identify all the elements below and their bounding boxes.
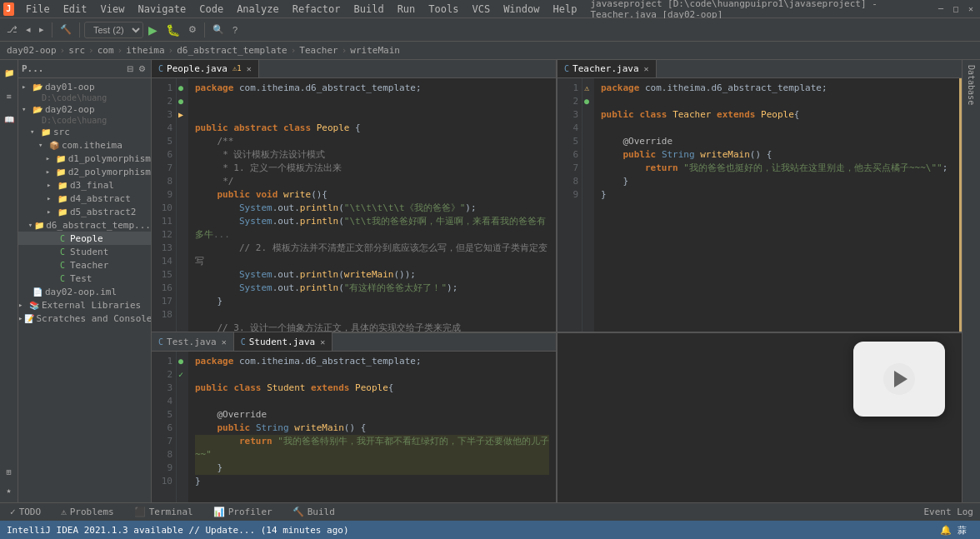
right-line-numbers: 12345 6789 xyxy=(558,78,582,332)
tree-iml[interactable]: 📄 day02-oop.iml xyxy=(18,285,151,298)
tab-people-close[interactable]: ✕ xyxy=(247,64,252,73)
tree-people[interactable]: C People xyxy=(18,232,151,245)
commit-icon[interactable]: ≡ xyxy=(2,88,17,103)
taskbar-area: 🔔 蒜 xyxy=(940,525,967,536)
minimize-button[interactable]: ─ xyxy=(935,3,947,15)
toolbar-build-btn[interactable]: 🔨 xyxy=(57,22,75,37)
menu-navigate[interactable]: Navigate xyxy=(131,2,192,17)
window-title: javaseproject [D:\code\huangpuipro1\java… xyxy=(590,0,928,20)
bottom-right-area xyxy=(558,333,962,502)
tree-external-libs[interactable]: ▸ 📚 External Libraries xyxy=(18,298,151,312)
bottom-left-code-content[interactable]: package com.itheima.d6_abstract_template… xyxy=(188,352,556,502)
breadcrumb-item-3[interactable]: itheima xyxy=(126,45,164,56)
settings-btn[interactable]: ⚙ xyxy=(137,63,148,74)
breadcrumb-item-6[interactable]: writeMain xyxy=(350,45,400,56)
menu-bar: J File Edit View Navigate Code Analyze R… xyxy=(0,0,980,18)
search-everywhere-btn[interactable]: 🔍 xyxy=(209,22,228,37)
right-code-content[interactable]: package com.itheima.d6_abstract_template… xyxy=(594,78,962,332)
tab-people[interactable]: C People.java ⚠1 ✕ xyxy=(152,60,259,77)
tab-profiler[interactable]: 📊 Profiler xyxy=(210,505,276,519)
tab-build[interactable]: 🔨 Build xyxy=(289,505,338,519)
coverage-btn[interactable]: ⚙ xyxy=(185,22,200,37)
close-button[interactable]: ✕ xyxy=(965,3,977,15)
menu-edit[interactable]: Edit xyxy=(57,2,94,17)
tree-d2[interactable]: ▸ 📁 d2_polymorphism xyxy=(18,165,151,178)
event-log[interactable]: Event Log xyxy=(923,507,973,517)
tree-d3[interactable]: ▸ 📁 d3_final xyxy=(18,178,151,192)
breadcrumb-item-4[interactable]: d6_abstract_template xyxy=(177,45,287,56)
toolbar-vcs-btn[interactable]: ⎇ xyxy=(3,22,21,37)
panel-actions: ⊟ ⚙ xyxy=(125,63,148,74)
left-line-numbers: 12345 678910 1112131415 161718 xyxy=(152,78,177,332)
left-code-content[interactable]: package com.itheima.d6_abstract_template… xyxy=(188,78,556,332)
breadcrumb-item-5[interactable]: Teacher xyxy=(299,45,338,56)
tree-test[interactable]: C Test xyxy=(18,272,151,285)
toolbar-sep3 xyxy=(204,22,205,37)
menu-run[interactable]: Run xyxy=(391,2,422,17)
bottom-left-gutter: ● ✓ xyxy=(177,352,188,502)
database-icon[interactable]: Database xyxy=(967,65,976,105)
app-icon: J xyxy=(3,2,14,16)
right-code-area: 12345 6789 ⚠ ● package com.itheima.d6_ab… xyxy=(558,78,962,332)
project-panel: P... ⊟ ⚙ ▸ 📂 day01-oop D:\code\huang ▾ xyxy=(18,60,152,502)
tree-student[interactable]: C Student xyxy=(18,245,151,258)
play-button[interactable] xyxy=(883,363,915,395)
run-config-select[interactable]: Test (2) xyxy=(84,22,143,38)
project-tree: ▸ 📂 day01-oop D:\code\huang ▾ 📂 day02-oo… xyxy=(18,78,151,502)
project-icon[interactable]: 📁 xyxy=(2,65,17,80)
toolbar-back-btn[interactable]: ◂ xyxy=(22,22,34,37)
tab-test-close[interactable]: ✕ xyxy=(222,337,227,347)
tab-student[interactable]: C Student.java ✕ xyxy=(234,332,333,351)
tab-test[interactable]: C Test.java ✕ xyxy=(152,332,234,351)
tree-d6[interactable]: ▾ 📁 d6_abstract_temp... xyxy=(18,218,151,232)
menu-vcs[interactable]: VCS xyxy=(465,2,497,17)
menu-help[interactable]: Help xyxy=(547,2,584,17)
right-gutter: ⚠ ● xyxy=(582,78,594,332)
menu-view[interactable]: View xyxy=(94,2,132,17)
help-btn[interactable]: ? xyxy=(229,23,241,37)
breadcrumb-item-1[interactable]: src xyxy=(68,45,85,56)
menu-code[interactable]: Code xyxy=(192,2,230,17)
right-sidebar: Database xyxy=(962,60,980,502)
debug-button[interactable]: 🐛 xyxy=(162,22,183,38)
menu-build[interactable]: Build xyxy=(348,2,391,17)
toolbar: ⎇ ◂ ▸ 🔨 Test (2) ▶ 🐛 ⚙ 🔍 ? xyxy=(0,18,980,42)
tree-d4[interactable]: ▸ 📁 d4_abstract xyxy=(18,192,151,205)
collapse-all-btn[interactable]: ⊟ xyxy=(125,63,135,74)
tab-problems[interactable]: ⚠ Problems xyxy=(58,505,118,519)
tree-scratches[interactable]: ▸ 📝 Scratches and Consoles xyxy=(18,312,151,325)
tab-teacher-close[interactable]: ✕ xyxy=(644,64,649,73)
status-bar: IntelliJ IDEA 2021.1.3 available // Upda… xyxy=(0,521,980,539)
tab-student-close[interactable]: ✕ xyxy=(320,337,325,347)
tree-d5[interactable]: ▸ 📁 d5_abstract2 xyxy=(18,205,151,218)
breadcrumb-item-2[interactable]: com xyxy=(98,45,114,56)
panel-header: P... ⊟ ⚙ xyxy=(18,60,151,78)
left-editor-tabs: C People.java ⚠1 ✕ xyxy=(152,60,556,78)
tab-todo[interactable]: ✓ TODO xyxy=(7,505,44,519)
breadcrumb-item-0[interactable]: day02-oop xyxy=(7,45,57,56)
favorites-icon[interactable]: ★ xyxy=(2,482,17,497)
play-icon xyxy=(894,371,908,387)
run-button[interactable]: ▶ xyxy=(145,22,161,38)
learn-icon[interactable]: 📖 xyxy=(2,112,17,127)
tree-com-itheima[interactable]: ▾ 📦 com.itheima xyxy=(18,138,151,152)
structure-icon[interactable]: ⊞ xyxy=(2,464,17,479)
tree-src[interactable]: ▾ 📁 src xyxy=(18,125,151,138)
menu-analyze[interactable]: Analyze xyxy=(230,2,286,17)
tree-day01-oop[interactable]: ▸ 📂 day01-oop xyxy=(18,80,151,93)
tree-day02-oop[interactable]: ▾ 📂 day02-oop xyxy=(18,102,151,116)
left-code-area: 12345 678910 1112131415 161718 ● ● ▶ xyxy=(152,78,556,332)
menu-window[interactable]: Window xyxy=(497,2,546,17)
panel-title: P... xyxy=(22,63,44,74)
tree-teacher[interactable]: C Teacher xyxy=(18,258,151,272)
menu-tools[interactable]: Tools xyxy=(422,2,465,17)
menu-refactor[interactable]: Refactor xyxy=(286,2,348,17)
maximize-button[interactable]: □ xyxy=(950,3,962,15)
tab-teacher[interactable]: C Teacher.java ✕ xyxy=(558,60,657,77)
toolbar-forward-btn[interactable]: ▸ xyxy=(36,22,48,37)
menu-file[interactable]: File xyxy=(19,2,57,17)
tree-d1[interactable]: ▸ 📁 d1_polymorphism xyxy=(18,152,151,165)
right-editor-tabs: C Teacher.java ✕ xyxy=(558,60,962,78)
tab-terminal[interactable]: ⬛ Terminal xyxy=(131,505,197,519)
bottom-left-line-numbers: 12345 678910 xyxy=(152,352,177,502)
